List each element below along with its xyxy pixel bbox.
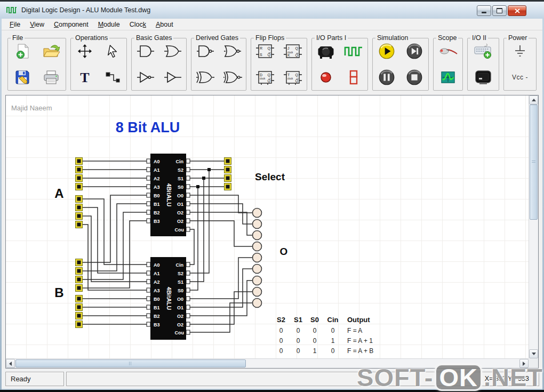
nor-gate-button[interactable]: [220, 40, 245, 62]
alu-chip-2[interactable]: A0A1A2A3B0B1B2B3CinS2S1S0O0O1O2O2Cou4Bit…: [147, 257, 190, 340]
probe-button[interactable]: [436, 40, 460, 62]
input-pin-switch[interactable]: [76, 196, 83, 203]
chip-pin-Cin: [186, 262, 190, 267]
svg-text:S1: S1: [178, 176, 183, 181]
new-file-button[interactable]: [10, 40, 35, 62]
step-button[interactable]: [402, 40, 427, 62]
keyboard-button[interactable]: [471, 40, 495, 62]
menu-file[interactable]: File: [5, 19, 25, 30]
truth-table-cell: 0: [313, 337, 317, 345]
input-pin-switch[interactable]: [76, 259, 83, 266]
svg-text:O2: O2: [177, 210, 183, 215]
or-gate-button[interactable]: [161, 40, 185, 62]
terminal-button[interactable]: [471, 66, 495, 89]
menu-module[interactable]: Module: [93, 19, 125, 30]
svg-text:B0: B0: [154, 297, 160, 302]
chip-pin-B3: [147, 322, 150, 326]
svg-text:Q: Q: [295, 53, 299, 58]
chip-pin-Cou: [186, 330, 190, 334]
select-tool-button[interactable]: [100, 40, 125, 62]
maximize-button[interactable]: [492, 5, 507, 16]
stop-button[interactable]: [402, 66, 427, 89]
not-gate-button[interactable]: [133, 66, 158, 89]
led-button[interactable]: [314, 66, 338, 89]
input-pin-switch[interactable]: [225, 183, 231, 190]
rs-flipflop-button[interactable]: RSQQ: [253, 40, 277, 62]
buffer-gate-button[interactable]: [161, 66, 185, 89]
input-pin-switch[interactable]: [76, 183, 83, 190]
text-tool-button[interactable]: T: [73, 66, 97, 89]
d-flipflop-button[interactable]: DQQclock: [253, 66, 277, 89]
chip-pin-B0: [147, 193, 150, 197]
input-pin-switch[interactable]: [76, 321, 83, 328]
toolbar-group-i-o-ii: I/O II: [467, 38, 499, 91]
truth-table-header: S1: [294, 316, 302, 324]
scroll-left-button[interactable]: [6, 359, 15, 368]
wire-tool-button[interactable]: [100, 66, 125, 89]
svg-text:B1: B1: [154, 305, 160, 310]
move-tool-button[interactable]: [73, 40, 97, 62]
seven-segment-button[interactable]: [341, 66, 366, 89]
chip-pin-S0: [186, 288, 190, 292]
svg-text:O1: O1: [177, 202, 183, 207]
input-pin-switch[interactable]: [76, 313, 83, 319]
ground-button[interactable]: [508, 40, 532, 62]
input-pin-switch[interactable]: [225, 158, 231, 165]
input-pin-switch[interactable]: [76, 204, 83, 211]
menu-clock[interactable]: Clock: [125, 19, 151, 30]
chip-pin-O2: [186, 314, 190, 318]
input-pin-switch[interactable]: [76, 221, 83, 228]
xnor-gate-icon: [223, 71, 242, 84]
nand-gate-button[interactable]: [193, 40, 218, 62]
menu-component[interactable]: Component: [49, 19, 93, 30]
wire: [83, 221, 147, 288]
clock-signal-button[interactable]: [341, 40, 366, 62]
horizontal-scroll-thumb[interactable]: [15, 359, 246, 367]
xor-gate-button[interactable]: [193, 66, 218, 89]
input-pin-switch[interactable]: [76, 276, 83, 283]
menu-about[interactable]: About: [151, 19, 178, 30]
schematic-canvas[interactable]: A0A1A2A3B0B1B2B3CinS2S1S0O0O1O2O2Cou4Bit…: [6, 95, 529, 358]
xor-gate-icon: [196, 71, 215, 84]
play-button[interactable]: [374, 40, 399, 62]
vertical-scrollbar[interactable]: [529, 95, 538, 358]
input-pin-switch[interactable]: [76, 175, 83, 182]
push-button-button[interactable]: [314, 40, 338, 62]
output-led: [253, 287, 262, 297]
svg-text:O0: O0: [177, 193, 183, 198]
input-pin-switch[interactable]: [76, 166, 83, 173]
chip-pin-S2: [186, 167, 190, 172]
scroll-down-button[interactable]: [529, 349, 538, 358]
chip-pin-O0: [186, 297, 190, 301]
minimize-button[interactable]: [477, 5, 491, 16]
input-pin-switch[interactable]: [225, 166, 231, 173]
input-pin-switch[interactable]: [76, 158, 83, 165]
input-pin-switch[interactable]: [76, 213, 83, 220]
watermark-right: .NET: [484, 363, 543, 392]
oscilloscope-button[interactable]: [436, 66, 460, 89]
vcc-button[interactable]: Vcc -: [508, 66, 532, 89]
input-pin-switch[interactable]: [76, 285, 83, 292]
svg-text:A1: A1: [154, 271, 160, 276]
t-flipflop-button[interactable]: TQQclock: [281, 66, 305, 89]
and-gate-button[interactable]: [133, 40, 158, 62]
pause-button[interactable]: [374, 66, 399, 89]
xnor-gate-button[interactable]: [220, 66, 245, 89]
open-file-button[interactable]: [39, 40, 63, 62]
input-pin-switch[interactable]: [76, 268, 83, 275]
save-file-button[interactable]: [10, 66, 35, 89]
truth-table-cell: 0: [331, 327, 335, 334]
scroll-up-button[interactable]: [529, 95, 538, 105]
vcc-label: Vcc -: [512, 74, 528, 81]
menu-view[interactable]: View: [25, 19, 49, 30]
menu-bar: FileViewComponentModuleClockAbout: [2, 19, 542, 30]
jk-flipflop-button[interactable]: JKQQclock: [281, 40, 305, 62]
input-pin-switch[interactable]: [76, 304, 83, 311]
close-button[interactable]: [508, 5, 526, 16]
input-pin-switch[interactable]: [76, 295, 83, 302]
vertical-scroll-thumb[interactable]: [530, 105, 538, 220]
input-pin-switch[interactable]: [225, 175, 231, 182]
truth-table-cell: 0: [297, 337, 300, 345]
print-button[interactable]: [39, 66, 63, 89]
alu-chip-1[interactable]: A0A1A2A3B0B1B2B3CinS2S1S0O0O1O2O2Cou4Bit…: [147, 154, 190, 236]
